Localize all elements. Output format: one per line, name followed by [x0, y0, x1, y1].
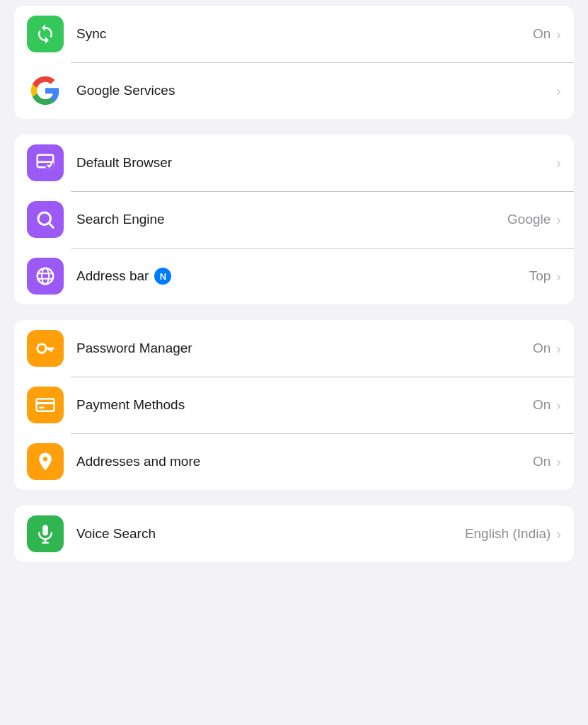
password-manager-row-chevron: ›: [556, 341, 561, 357]
addresses-row-label: Addresses and more: [76, 454, 533, 469]
address-bar-row-label: Address barN: [76, 268, 529, 285]
address-bar-row-value: Top: [529, 268, 551, 284]
search-engine-row-label: Search Engine: [76, 212, 507, 227]
payment-methods-row-label: Payment Methods: [76, 397, 533, 413]
google-icon: [27, 72, 64, 109]
search-engine-row-chevron: ›: [556, 212, 561, 228]
password-manager-row-label: Password Manager: [76, 341, 533, 356]
svg-rect-17: [42, 525, 48, 536]
voice-search-icon: [27, 515, 64, 552]
payment-methods-row[interactable]: Payment MethodsOn›: [14, 377, 574, 433]
voice-section: Voice SearchEnglish (India)›: [14, 506, 574, 562]
voice-search-row-value: English (India): [465, 526, 550, 542]
sync-row-value: On: [533, 26, 550, 42]
addresses-row[interactable]: Addresses and moreOn›: [14, 433, 574, 490]
password-manager-row-value: On: [533, 341, 550, 356]
default-browser-row-label: Default Browser: [76, 155, 556, 171]
default-browser-row[interactable]: Default Browser›: [14, 135, 574, 191]
google-services-row-chevron: ›: [556, 83, 561, 99]
voice-search-row-label: Voice Search: [76, 526, 465, 542]
address-bar-row[interactable]: Address barNTop›: [14, 248, 574, 304]
search-engine-row-value: Google: [507, 212, 550, 227]
search-engine-row[interactable]: Search EngineGoogle›: [14, 191, 574, 248]
default-browser-icon: [27, 144, 64, 181]
svg-rect-13: [37, 399, 54, 411]
browser-section: Default Browser›Search EngineGoogle›Addr…: [14, 135, 574, 304]
addresses-row-chevron: ›: [556, 454, 561, 470]
address-bar-icon: [27, 258, 64, 295]
password-manager-icon: [27, 330, 64, 367]
svg-point-5: [38, 268, 54, 285]
sync-icon: [27, 16, 64, 52]
password-manager-row[interactable]: Password ManagerOn›: [14, 320, 574, 377]
addresses-icon: [27, 443, 64, 480]
svg-point-6: [42, 268, 49, 285]
search-engine-icon: [27, 201, 64, 238]
google-services-row-label: Google Services: [76, 83, 556, 98]
default-browser-row-chevron: ›: [556, 155, 561, 171]
sync-row[interactable]: SyncOn›: [14, 6, 574, 62]
svg-line-4: [50, 224, 54, 228]
payment-methods-row-value: On: [533, 397, 550, 413]
google-services-row[interactable]: Google Services›: [14, 62, 574, 119]
new-badge: N: [154, 268, 171, 285]
svg-point-16: [43, 457, 47, 461]
sync-row-label: Sync: [76, 26, 533, 42]
sync-row-chevron: ›: [556, 26, 561, 42]
payment-methods-icon: [27, 387, 64, 423]
settings-list: SyncOn› Google Services›Default Browser›…: [14, 6, 574, 562]
voice-search-row[interactable]: Voice SearchEnglish (India)›: [14, 506, 574, 562]
voice-search-row-chevron: ›: [556, 526, 561, 542]
address-bar-row-chevron: ›: [556, 268, 561, 285]
payment-methods-row-chevron: ›: [556, 397, 561, 413]
autofill-section: Password ManagerOn›Payment MethodsOn›Add…: [14, 320, 574, 490]
sync-section: SyncOn› Google Services›: [14, 6, 574, 119]
addresses-row-value: On: [533, 454, 550, 469]
